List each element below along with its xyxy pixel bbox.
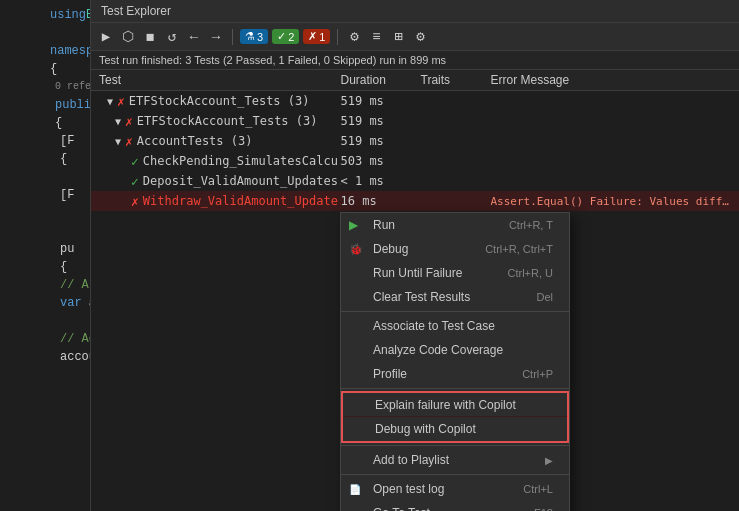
menu-shortcut: F12 [534, 507, 553, 511]
debug-icon: 🐞 [349, 243, 363, 256]
fail-icon: ✗ [308, 30, 317, 43]
menu-item-run-until-failure[interactable]: Run Until Failure Ctrl+R, U [341, 261, 569, 285]
menu-label: Debug [373, 242, 408, 256]
menu-item-run[interactable]: ▶ Run Ctrl+R, T [341, 213, 569, 237]
filter-button[interactable]: ⚙ [345, 28, 363, 46]
panel-title: Test Explorer [91, 0, 739, 23]
total-badge[interactable]: ⚗ 3 [240, 29, 268, 44]
col-test: Test [99, 73, 341, 87]
test-label: ETFStockAccount_Tests (3) [129, 94, 310, 108]
table-row[interactable]: ▼ ✗ AccountTests (3) 519 ms [91, 131, 739, 151]
fail-icon: ✗ [125, 114, 133, 129]
cancel-button[interactable]: ◼ [141, 28, 159, 46]
log-icon: 📄 [349, 484, 361, 495]
pass-count: 2 [288, 31, 294, 43]
table-row[interactable]: ▼ ✗ ETFStockAccount_Tests (3) 519 ms [91, 91, 739, 111]
test-name-cell: ▼ ✗ AccountTests (3) [99, 134, 341, 149]
separator3 [341, 445, 569, 446]
submenu-arrow-icon: ▶ [545, 455, 553, 466]
test-status-bar: Test run finished: 3 Tests (2 Passed, 1 … [91, 51, 739, 70]
group-button[interactable]: ≡ [367, 28, 385, 46]
duration-cell: < 1 ms [341, 174, 421, 188]
separator [341, 311, 569, 312]
duration-cell: 16 ms [341, 194, 421, 208]
test-name-cell: ▼ ✗ ETFStockAccount_Tests (3) [99, 114, 341, 129]
menu-shortcut: Del [536, 291, 553, 303]
toolbar: ▶ ⬡ ◼ ↺ ← → ⚗ 3 ✓ 2 ✗ 1 ⚙ ≡ ⊞ ⚙ [91, 23, 739, 51]
column-headers: Test Duration Traits Error Message [91, 70, 739, 91]
menu-label: Run Until Failure [373, 266, 462, 280]
fail-icon: ✗ [131, 194, 139, 209]
run-icon: ▶ [349, 218, 358, 232]
table-row[interactable]: ✗ Withdraw_ValidAmount_Update... 16 ms A… [91, 191, 739, 211]
test-label: CheckPending_SimulatesCalcu... [143, 154, 341, 168]
refresh-button[interactable]: ↺ [163, 28, 181, 46]
duration-cell: 519 ms [341, 114, 421, 128]
col-error: Error Message [491, 73, 733, 87]
menu-item-debug[interactable]: 🐞 Debug Ctrl+R, Ctrl+T [341, 237, 569, 261]
test-label: Deposit_ValidAmount_Updates... [143, 174, 341, 188]
expand-icon: ▼ [115, 136, 121, 147]
pass-icon: ✓ [131, 174, 139, 189]
menu-item-clear-results[interactable]: Clear Test Results Del [341, 285, 569, 309]
pass-badge[interactable]: ✓ 2 [272, 29, 299, 44]
back-button[interactable]: ← [185, 28, 203, 46]
col-duration: Duration [341, 73, 421, 87]
menu-item-profile[interactable]: Profile Ctrl+P [341, 362, 569, 386]
menu-shortcut: Ctrl+L [523, 483, 553, 495]
menu-shortcut: Ctrl+R, U [507, 267, 553, 279]
menu-item-associate[interactable]: Associate to Test Case [341, 314, 569, 338]
fail-badge[interactable]: ✗ 1 [303, 29, 330, 44]
menu-item-go-to-test[interactable]: Go To Test F12 [341, 501, 569, 511]
pass-icon: ✓ [277, 30, 286, 43]
menu-label: Associate to Test Case [373, 319, 495, 333]
run-all-button[interactable]: ▶ [97, 28, 115, 46]
menu-shortcut: Ctrl+R, T [509, 219, 553, 231]
menu-label: Debug with Copilot [375, 422, 476, 436]
test-name-cell: ✓ Deposit_ValidAmount_Updates... [99, 174, 341, 189]
duration-cell: 503 ms [341, 154, 421, 168]
test-name-cell: ▼ ✗ ETFStockAccount_Tests (3) [99, 94, 341, 109]
forward-button[interactable]: → [207, 28, 225, 46]
error-cell: Assert.Equal() Failure: Values differ Ex… [491, 195, 733, 208]
menu-item-explain-failure[interactable]: Explain failure with Copilot [343, 393, 567, 417]
fail-icon: ✗ [125, 134, 133, 149]
separator4 [341, 474, 569, 475]
menu-label: Open test log [373, 482, 444, 496]
menu-shortcut: Ctrl+R, Ctrl+T [485, 243, 553, 255]
menu-label: Analyze Code Coverage [373, 343, 503, 357]
separator2 [337, 29, 338, 45]
table-row[interactable]: ▼ ✗ ETFStockAccount_Tests (3) 519 ms [91, 111, 739, 131]
menu-label: Profile [373, 367, 407, 381]
test-label: AccountTests (3) [137, 134, 253, 148]
debug-button[interactable]: ⬡ [119, 28, 137, 46]
fail-count: 1 [319, 31, 325, 43]
expand-icon: ▼ [115, 116, 121, 127]
test-label: ETFStockAccount_Tests (3) [137, 114, 318, 128]
menu-item-analyze-coverage[interactable]: Analyze Code Coverage [341, 338, 569, 362]
test-label: Withdraw_ValidAmount_Update... [143, 194, 341, 208]
menu-label: Run [373, 218, 395, 232]
table-row[interactable]: ✓ CheckPending_SimulatesCalcu... 503 ms [91, 151, 739, 171]
menu-item-add-playlist[interactable]: Add to Playlist ▶ [341, 448, 569, 472]
menu-item-debug-copilot[interactable]: Debug with Copilot [343, 417, 567, 441]
menu-label: Explain failure with Copilot [375, 398, 516, 412]
context-menu: ▶ Run Ctrl+R, T 🐞 Debug Ctrl+R, Ctrl+T R… [340, 212, 570, 511]
separator [232, 29, 233, 45]
settings-button[interactable]: ⚙ [411, 28, 429, 46]
menu-shortcut: Ctrl+P [522, 368, 553, 380]
menu-item-open-log[interactable]: 📄 Open test log Ctrl+L [341, 477, 569, 501]
test-name-cell: ✗ Withdraw_ValidAmount_Update... [99, 194, 341, 209]
col-traits: Traits [421, 73, 491, 87]
separator2 [341, 388, 569, 389]
menu-label: Add to Playlist [373, 453, 449, 467]
duration-cell: 519 ms [341, 134, 421, 148]
menu-label: Go To Test [373, 506, 430, 511]
sort-button[interactable]: ⊞ [389, 28, 407, 46]
duration-cell: 519 ms [341, 94, 421, 108]
test-name-cell: ✓ CheckPending_SimulatesCalcu... [99, 154, 341, 169]
menu-label: Clear Test Results [373, 290, 470, 304]
expand-icon: ▼ [107, 96, 113, 107]
table-row[interactable]: ✓ Deposit_ValidAmount_Updates... < 1 ms [91, 171, 739, 191]
pass-icon: ✓ [131, 154, 139, 169]
